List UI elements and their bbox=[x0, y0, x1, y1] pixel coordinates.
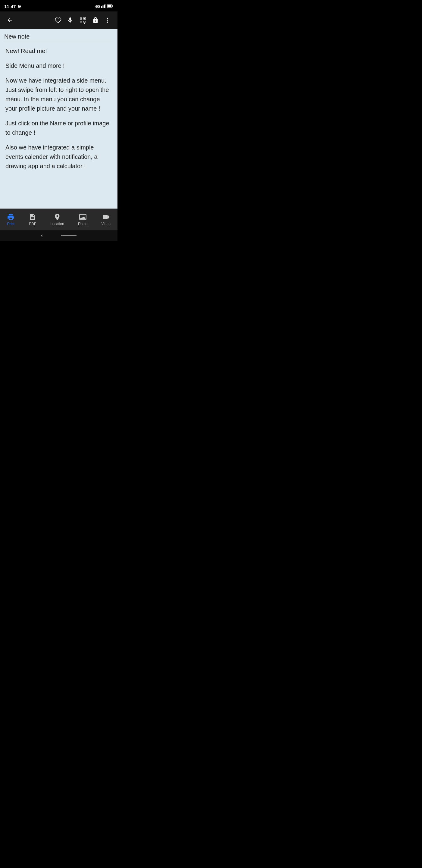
pdf-button[interactable]: PDF bbox=[26, 213, 39, 227]
status-right: 4G bbox=[95, 4, 113, 9]
note-line-2: Side Menu and more ! bbox=[5, 61, 112, 70]
lock-button[interactable] bbox=[90, 14, 101, 26]
svg-rect-3 bbox=[105, 4, 106, 8]
note-title-input[interactable] bbox=[4, 32, 113, 42]
svg-rect-5 bbox=[112, 5, 113, 7]
status-bar: 11:47 ⊖ 4G bbox=[0, 0, 118, 11]
signal-icon bbox=[101, 4, 106, 9]
back-button[interactable] bbox=[4, 14, 16, 26]
svg-point-7 bbox=[107, 18, 108, 19]
sim-icon: ⊖ bbox=[18, 4, 21, 9]
video-label: Video bbox=[101, 222, 110, 226]
location-label: Location bbox=[50, 222, 64, 226]
note-line-5: Also we have integrated a simple events … bbox=[5, 143, 112, 171]
note-body: New! Read me! Side Menu and more ! Now w… bbox=[5, 46, 112, 171]
print-label: Print bbox=[7, 222, 15, 226]
network-label: 4G bbox=[95, 4, 100, 9]
qr-button[interactable] bbox=[76, 14, 89, 27]
mic-button[interactable] bbox=[64, 14, 76, 26]
note-content: New! Read me! Side Menu and more ! Now w… bbox=[0, 42, 118, 209]
video-button[interactable]: Video bbox=[98, 213, 113, 227]
svg-rect-1 bbox=[103, 5, 104, 8]
svg-rect-2 bbox=[104, 4, 105, 8]
photo-button[interactable]: Photo bbox=[75, 213, 90, 227]
toolbar bbox=[0, 11, 118, 29]
battery-icon bbox=[107, 4, 113, 9]
note-line-3: Now we have integrated a side menu. Just… bbox=[5, 76, 112, 113]
favorite-button[interactable] bbox=[53, 14, 64, 26]
svg-rect-0 bbox=[101, 6, 102, 8]
note-line-4: Just click on the Name or profile image … bbox=[5, 119, 112, 137]
toolbar-icons bbox=[53, 14, 113, 27]
home-pill[interactable] bbox=[61, 235, 76, 236]
nav-bar: ‹ bbox=[0, 230, 118, 241]
location-button[interactable]: Location bbox=[47, 213, 67, 227]
svg-point-8 bbox=[107, 20, 108, 21]
svg-point-9 bbox=[107, 22, 108, 23]
note-line-1: New! Read me! bbox=[5, 46, 112, 56]
back-nav-icon[interactable]: ‹ bbox=[41, 232, 43, 239]
status-left: 11:47 ⊖ bbox=[4, 4, 21, 9]
pdf-label: PDF bbox=[29, 222, 36, 226]
photo-label: Photo bbox=[78, 222, 87, 226]
note-title-area bbox=[0, 29, 118, 42]
print-button[interactable]: Print bbox=[4, 213, 18, 227]
more-menu-button[interactable] bbox=[102, 14, 113, 26]
bottom-toolbar: Print PDF Location Photo Video bbox=[0, 209, 118, 230]
svg-rect-6 bbox=[107, 5, 111, 7]
time-display: 11:47 bbox=[4, 4, 16, 9]
